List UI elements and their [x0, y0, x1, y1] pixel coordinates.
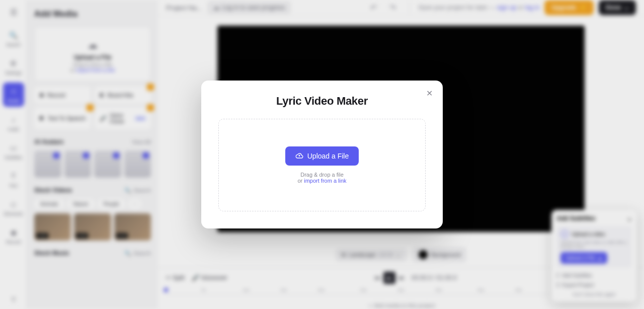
- modal-overlay[interactable]: ✕ Lyric Video Maker Upload a File Drag &…: [0, 0, 644, 309]
- close-icon: ✕: [426, 89, 433, 98]
- import-from-link[interactable]: import from a link: [304, 178, 346, 184]
- upload-file-button[interactable]: Upload a File: [285, 146, 359, 166]
- dropzone[interactable]: Upload a File Drag & drop a file or impo…: [218, 119, 426, 211]
- close-button[interactable]: ✕: [424, 88, 435, 100]
- lyric-video-maker-modal: ✕ Lyric Video Maker Upload a File Drag &…: [201, 81, 443, 228]
- dropzone-subtext: Drag & drop a file or import from a link: [229, 172, 415, 184]
- modal-title: Lyric Video Maker: [218, 95, 426, 108]
- upload-button-label: Upload a File: [307, 152, 349, 160]
- cloud-upload-icon: [295, 152, 303, 160]
